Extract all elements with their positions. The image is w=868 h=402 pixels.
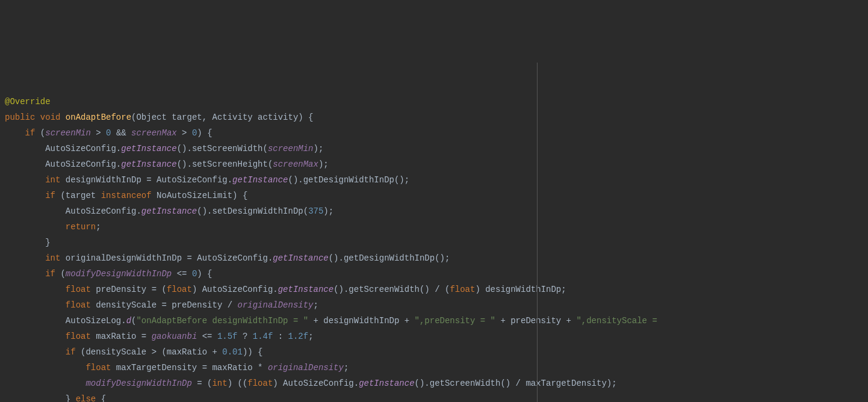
string-literal: "onAdaptBefore designWidthInDp = " xyxy=(136,316,308,326)
code-editor[interactable]: @Override public void onAdaptBefore(Obje… xyxy=(0,63,868,402)
field-originaldensity: originalDensity xyxy=(237,300,313,310)
field-screenmax: screenMax xyxy=(131,128,177,138)
annotation: @Override xyxy=(5,97,51,107)
keyword-int: int xyxy=(45,175,60,185)
keyword-float: float xyxy=(66,285,91,294)
field-modifydesignwidthindp: modifyDesignWidthInDp xyxy=(66,269,172,279)
keyword-return: return xyxy=(66,222,96,232)
field-screenmin: screenMin xyxy=(45,128,91,138)
keyword-else: else xyxy=(76,394,96,402)
keyword-void: void xyxy=(40,113,61,122)
method-params: (Object target, Activity activity) { xyxy=(131,113,313,122)
method-d: d xyxy=(126,316,131,326)
keyword-if: if xyxy=(25,128,36,138)
keyword-public: public xyxy=(5,113,35,122)
method-name: onAdaptBefore xyxy=(66,113,131,122)
field-gaokuanbi: gaokuanbi xyxy=(152,332,197,341)
method-getinstance: getInstance xyxy=(121,144,176,153)
keyword-instanceof: instanceof xyxy=(101,191,152,200)
